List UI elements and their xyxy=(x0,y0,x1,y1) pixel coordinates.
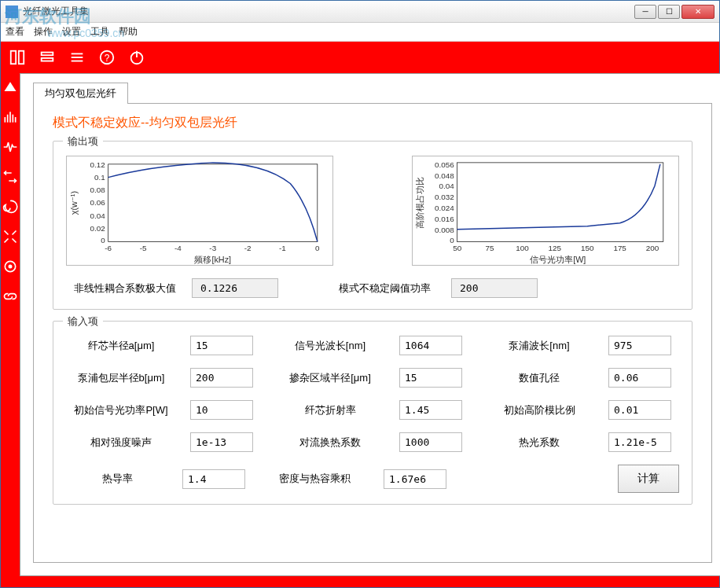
therm-cond-input[interactable] xyxy=(182,469,245,489)
init-power-input[interactable] xyxy=(190,400,253,420)
sidebar-icon-link[interactable] xyxy=(1,287,20,306)
toolbar-icon-2[interactable] xyxy=(37,47,57,68)
chart-hom-ratio: 0 0.008 0.016 0.024 0.032 0.04 0.048 0.0… xyxy=(412,156,679,266)
svg-text:-2: -2 xyxy=(244,244,252,252)
menubar: 查看 操作 设置 工具 帮助 xyxy=(1,23,719,42)
output-legend: 输出项 xyxy=(63,134,103,149)
section-title: 模式不稳定效应--均匀双包层光纤 xyxy=(53,115,692,131)
svg-text:-5: -5 xyxy=(140,244,147,252)
pump-wl-label: 泵浦波长[nm] xyxy=(484,339,594,353)
window-title: 光纤激光工具集 xyxy=(23,5,634,18)
input-legend: 输入项 xyxy=(63,314,103,329)
svg-text:-1: -1 xyxy=(279,244,286,252)
svg-rect-3 xyxy=(42,58,53,61)
sidebar-icon-arrows[interactable] xyxy=(1,167,20,186)
thermo-optic-input[interactable] xyxy=(608,432,671,452)
window-controls: ─ ☐ ✕ xyxy=(634,5,714,19)
power-icon[interactable] xyxy=(127,47,147,68)
sidebar-icon-bars[interactable] xyxy=(1,108,20,127)
nonlinear-max-label: 非线性耦合系数极大值 xyxy=(66,281,184,296)
maximize-button[interactable]: ☐ xyxy=(658,5,680,19)
svg-rect-2 xyxy=(42,53,53,56)
rin-label: 相对强度噪声 xyxy=(66,435,176,450)
menu-help[interactable]: 帮助 xyxy=(119,25,138,39)
na-input[interactable] xyxy=(608,368,671,388)
minimize-button[interactable]: ─ xyxy=(634,5,656,19)
svg-text:150: 150 xyxy=(581,244,594,252)
main-panel: 均匀双包层光纤 模式不稳定效应--均匀双包层光纤 输出项 xyxy=(20,73,720,576)
svg-text:0.016: 0.016 xyxy=(435,215,454,223)
tab-uniform-fiber[interactable]: 均匀双包层光纤 xyxy=(33,83,128,104)
svg-text:0.06: 0.06 xyxy=(90,198,106,207)
threshold-label: 模式不稳定阈值功率 xyxy=(325,281,443,296)
svg-rect-0 xyxy=(11,51,16,64)
svg-text:0.08: 0.08 xyxy=(90,186,106,194)
svg-text:信号光功率[W]: 信号光功率[W] xyxy=(530,255,586,264)
titlebar: 光纤激光工具集 ─ ☐ ✕ xyxy=(1,1,719,23)
chart-chi: 0 0.02 0.04 0.06 0.08 0.1 0.12 xyxy=(66,156,333,266)
sidebar-icon-expand[interactable] xyxy=(1,227,20,246)
sidebar-icon-pulse[interactable] xyxy=(1,138,20,156)
output-group: 输出项 0 0.02 xyxy=(53,141,692,310)
sidebar-icon-target[interactable] xyxy=(1,257,20,276)
svg-text:0.12: 0.12 xyxy=(90,160,105,169)
nonlinear-max-value: 0.1226 xyxy=(192,278,278,298)
app-icon xyxy=(6,6,18,18)
init-hom-label: 初始高阶模比例 xyxy=(484,403,594,417)
svg-text:175: 175 xyxy=(613,244,626,252)
core-index-input[interactable] xyxy=(399,400,462,420)
input-group: 输入项 纤芯半径a[μm] 信号光波长[nm] 泵浦波长[nm] 泵浦包层半径b… xyxy=(53,321,692,505)
svg-text:0.04: 0.04 xyxy=(439,182,455,190)
svg-text:0.032: 0.032 xyxy=(435,193,454,201)
svg-text:0.048: 0.048 xyxy=(435,171,454,180)
init-hom-input[interactable] xyxy=(608,400,671,420)
threshold-value: 200 xyxy=(451,278,538,298)
conv-coef-label: 对流换热系数 xyxy=(275,435,385,450)
doped-radius-input[interactable] xyxy=(399,368,462,388)
svg-text:75: 75 xyxy=(486,244,494,252)
svg-text:-4: -4 xyxy=(174,244,182,252)
svg-text:高阶模占功比: 高阶模占功比 xyxy=(415,177,424,229)
body-row: 均匀双包层光纤 模式不稳定效应--均匀双包层光纤 输出项 xyxy=(1,73,719,587)
svg-text:200: 200 xyxy=(646,244,659,252)
menu-settings[interactable]: 设置 xyxy=(62,25,81,39)
svg-text:0.04: 0.04 xyxy=(90,211,106,220)
doped-radius-label: 掺杂区域半径[μm] xyxy=(275,371,385,385)
svg-text:频移[kHz]: 频移[kHz] xyxy=(194,255,231,264)
rho-cp-label: 密度与热容乘积 xyxy=(259,472,369,486)
menu-view[interactable]: 查看 xyxy=(6,25,24,39)
close-button[interactable]: ✕ xyxy=(681,5,714,19)
clad-radius-input[interactable] xyxy=(190,368,253,388)
red-frame: ? 均匀双包层光纤 模式不稳定效应--均匀双包层光纤 xyxy=(1,42,719,587)
init-power-label: 初始信号光功率P[W] xyxy=(66,403,176,417)
core-radius-label: 纤芯半径a[μm] xyxy=(66,339,176,353)
sidebar-icon-spiral[interactable] xyxy=(1,197,20,216)
svg-text:125: 125 xyxy=(549,244,562,252)
svg-text:0.056: 0.056 xyxy=(435,160,454,169)
toolbar-icon-3[interactable] xyxy=(67,47,87,68)
sidebar xyxy=(1,73,20,587)
toolbar-icon-1[interactable] xyxy=(7,47,28,68)
svg-text:0.02: 0.02 xyxy=(90,224,105,233)
rho-cp-input[interactable] xyxy=(384,469,446,489)
rin-input[interactable] xyxy=(190,432,253,452)
svg-text:-3: -3 xyxy=(209,244,216,252)
core-radius-input[interactable] xyxy=(190,336,253,355)
help-icon[interactable]: ? xyxy=(97,47,117,68)
svg-text:0: 0 xyxy=(315,244,320,252)
calculate-button[interactable]: 计算 xyxy=(618,465,679,493)
svg-rect-18 xyxy=(108,164,318,242)
svg-rect-1 xyxy=(19,51,24,64)
na-label: 数值孔径 xyxy=(484,371,594,385)
conv-coef-input[interactable] xyxy=(399,432,462,452)
pump-wl-input[interactable] xyxy=(608,336,671,355)
menu-tools[interactable]: 工具 xyxy=(90,25,109,39)
menu-operate[interactable]: 操作 xyxy=(34,25,53,39)
svg-text:0.024: 0.024 xyxy=(435,204,454,212)
thermo-optic-label: 热光系数 xyxy=(484,435,594,450)
tabs: 均匀双包层光纤 xyxy=(33,82,720,103)
sidebar-icon-prism[interactable] xyxy=(1,78,20,97)
signal-wl-input[interactable] xyxy=(399,336,462,355)
svg-text:0.1: 0.1 xyxy=(94,173,105,182)
svg-text:χ(w⁻¹): χ(w⁻¹) xyxy=(69,191,79,215)
